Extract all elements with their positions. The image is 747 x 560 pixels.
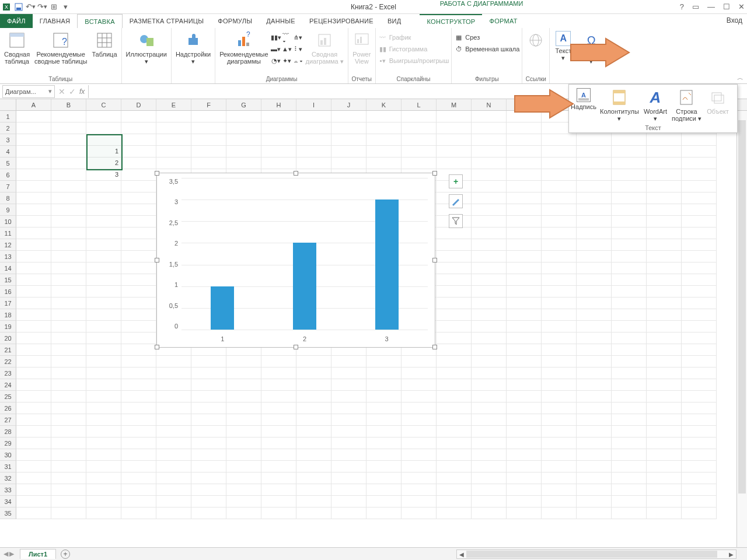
slicer-button[interactable]: ▦Срез (454, 32, 519, 43)
cell[interactable] (402, 146, 437, 158)
cell[interactable] (472, 216, 507, 228)
cell[interactable] (437, 146, 472, 158)
cell[interactable] (472, 368, 507, 379)
cell[interactable] (121, 204, 156, 216)
cell[interactable] (16, 204, 51, 216)
tab-home[interactable]: ГЛАВНАЯ (33, 14, 78, 28)
touch-mode-icon[interactable]: ⊞ (49, 2, 58, 12)
cell[interactable] (507, 286, 542, 298)
cell[interactable] (612, 204, 647, 216)
cell[interactable] (51, 391, 86, 402)
cell[interactable] (226, 414, 261, 426)
cell[interactable] (577, 298, 612, 309)
cell[interactable] (191, 414, 226, 426)
col-header[interactable]: C (86, 99, 121, 110)
cell[interactable] (51, 216, 86, 228)
cell[interactable] (682, 391, 717, 402)
cell[interactable] (682, 298, 717, 309)
cell[interactable] (86, 216, 121, 228)
chart-plot-area[interactable]: 3,532,521,510,50 123 (181, 178, 428, 330)
sparkline-winloss-button[interactable]: ▪▾Выигрыш/проигрыш (378, 55, 449, 66)
chart-filter-button[interactable] (449, 214, 463, 228)
cell[interactable] (261, 379, 296, 391)
cell[interactable] (542, 321, 577, 332)
cell[interactable] (156, 146, 191, 158)
cell[interactable] (16, 321, 51, 332)
row-header[interactable]: 8 (0, 192, 16, 204)
cell[interactable] (577, 461, 612, 473)
cell[interactable] (121, 228, 156, 239)
cell[interactable] (51, 449, 86, 461)
cell[interactable] (612, 356, 647, 368)
row-header[interactable]: 3 (0, 134, 16, 146)
cell[interactable] (16, 123, 51, 134)
cell[interactable] (682, 309, 717, 321)
cell[interactable] (612, 286, 647, 298)
cell[interactable] (121, 274, 156, 286)
cell[interactable] (402, 461, 437, 473)
cell[interactable] (437, 379, 472, 391)
cell[interactable] (296, 379, 331, 391)
cell[interactable] (86, 414, 121, 426)
col-header[interactable]: M (437, 99, 472, 110)
cell[interactable] (437, 134, 472, 146)
cell[interactable] (507, 204, 542, 216)
tab-format[interactable]: ФОРМАТ (482, 14, 524, 28)
cell[interactable] (612, 274, 647, 286)
cell[interactable] (86, 321, 121, 332)
cell[interactable] (16, 508, 51, 519)
cell[interactable] (507, 356, 542, 368)
cell[interactable] (647, 204, 682, 216)
cell[interactable] (296, 508, 331, 519)
cell[interactable] (156, 368, 191, 379)
row-header[interactable]: 17 (0, 298, 16, 309)
qat-more-icon[interactable]: ▾ (61, 2, 70, 12)
hyperlink-button[interactable] (525, 30, 547, 52)
cell[interactable] (682, 204, 717, 216)
cell[interactable] (472, 414, 507, 426)
cell[interactable] (577, 228, 612, 239)
cell[interactable] (156, 414, 191, 426)
cell[interactable] (16, 356, 51, 368)
cell[interactable] (51, 274, 86, 286)
cell[interactable] (612, 146, 647, 158)
cell[interactable] (121, 496, 156, 508)
cell[interactable] (366, 368, 402, 379)
cell[interactable] (507, 426, 542, 438)
cell[interactable] (366, 123, 402, 134)
cell[interactable] (437, 449, 472, 461)
cell[interactable] (402, 134, 437, 146)
signature-line-button[interactable]: Строка подписи ▾ (670, 87, 703, 124)
row-header[interactable]: 34 (0, 496, 16, 508)
cell[interactable] (647, 286, 682, 298)
cell[interactable] (507, 158, 542, 169)
row-header[interactable]: 11 (0, 228, 16, 239)
object-button[interactable]: Объект (703, 87, 732, 124)
help-icon[interactable]: ? (680, 2, 684, 11)
cell[interactable] (331, 473, 366, 484)
cell[interactable] (121, 181, 156, 192)
cell[interactable] (647, 274, 682, 286)
cell[interactable] (16, 134, 51, 146)
cell[interactable] (472, 438, 507, 449)
cell[interactable] (472, 181, 507, 192)
cell[interactable] (86, 332, 121, 344)
cell[interactable] (156, 391, 191, 402)
cell[interactable] (437, 414, 472, 426)
cell[interactable] (16, 111, 51, 123)
cell[interactable] (577, 286, 612, 298)
cell[interactable] (156, 402, 191, 414)
cell[interactable] (647, 414, 682, 426)
cell[interactable] (191, 508, 226, 519)
row-header[interactable]: 28 (0, 426, 16, 438)
cell[interactable] (612, 449, 647, 461)
cell[interactable] (121, 449, 156, 461)
cell[interactable] (542, 216, 577, 228)
row-header[interactable]: 26 (0, 402, 16, 414)
cell[interactable] (577, 484, 612, 496)
cell[interactable] (191, 473, 226, 484)
row-header[interactable]: 12 (0, 239, 16, 251)
recommended-charts-button[interactable]: ?Рекомендуемые диаграммы (218, 30, 270, 66)
cell[interactable] (577, 414, 612, 426)
cell[interactable] (507, 298, 542, 309)
